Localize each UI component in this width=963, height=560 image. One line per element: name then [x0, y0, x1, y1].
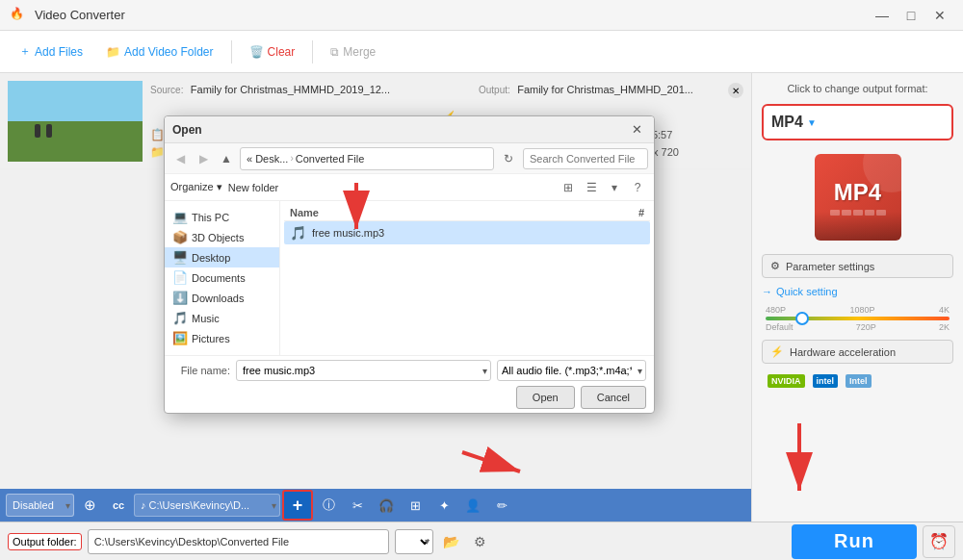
- tree-item-pictures[interactable]: 🖼️ Pictures: [165, 328, 279, 348]
- info-button[interactable]: ⓘ: [315, 492, 342, 519]
- sublabel-2k: 2K: [939, 322, 950, 332]
- close-button[interactable]: ✕: [926, 5, 953, 26]
- cancel-button[interactable]: Cancel: [581, 386, 646, 409]
- forward-button[interactable]: ▶: [194, 149, 213, 168]
- subtitle-edit-button[interactable]: ✏: [488, 492, 515, 519]
- add-audio-button[interactable]: +: [282, 490, 313, 521]
- param-settings-label: Parameter settings: [786, 261, 874, 272]
- gpu-badges: NVIDIA intel Intel: [762, 371, 953, 391]
- new-folder-label: New folder: [228, 182, 279, 193]
- organize-button[interactable]: Organize ▾: [170, 181, 222, 193]
- divider-1: [231, 40, 232, 64]
- new-folder-button[interactable]: New folder: [228, 182, 279, 193]
- format-icon-box[interactable]: MP4: [815, 154, 901, 241]
- output-settings-button[interactable]: ⚙: [468, 530, 491, 553]
- open-button[interactable]: Open: [516, 386, 575, 409]
- help-button[interactable]: ?: [627, 177, 648, 198]
- add-subtitle-button[interactable]: ⊕: [76, 492, 103, 519]
- filename-input[interactable]: [236, 360, 491, 381]
- source-label: Source:: [150, 85, 183, 95]
- dialog-close-button[interactable]: ✕: [627, 120, 646, 140]
- sublabel-default: Default: [766, 322, 794, 332]
- dialog-actions: Open Cancel: [172, 386, 646, 409]
- output-format-prompt: Click to change output format:: [762, 83, 953, 94]
- quality-slider-container: 480P 1080P 4K Default 720P 2K: [762, 305, 953, 332]
- add-folder-label: Add Video Folder: [124, 45, 214, 59]
- window-controls: — □ ✕: [869, 5, 953, 26]
- remove-item-button[interactable]: ✕: [728, 83, 743, 98]
- output-path-select[interactable]: [395, 529, 433, 554]
- filetype-select[interactable]: All audio file. (*.mp3;*.m4a;*.wi...: [497, 360, 646, 381]
- 3dobjects-label: 3D Objects: [192, 232, 244, 243]
- add-folder-button[interactable]: 📁 Add Video Folder: [96, 39, 223, 64]
- music-file-icon: 🎵: [290, 225, 306, 241]
- clear-button[interactable]: 🗑️ Clear: [240, 39, 305, 64]
- thumb-scene: [8, 81, 143, 162]
- hw-accel-button[interactable]: ⚡ Hardware acceleration: [762, 340, 953, 364]
- param-settings-button[interactable]: ⚙ Parameter settings: [762, 254, 953, 278]
- col-name: Name: [290, 207, 638, 218]
- output-path-input[interactable]: [88, 529, 390, 554]
- merge-icon: ⧉: [330, 45, 339, 59]
- dialog-content: 💻 This PC 📦 3D Objects 🖥️ Desktop 📄 Docu…: [165, 201, 654, 355]
- format-card[interactable]: MP4 ▼: [762, 104, 953, 140]
- video-thumbnail: [8, 81, 143, 162]
- quality-slider-thumb[interactable]: [795, 312, 809, 325]
- documents-label: Documents: [192, 272, 246, 284]
- clear-label: Clear: [268, 45, 296, 59]
- quality-label-4k: 4K: [939, 305, 950, 315]
- list-view-button[interactable]: ☰: [581, 177, 602, 198]
- breadcrumb-bar: « Desk... › Converted File: [240, 147, 494, 170]
- right-panel: Click to change output format: MP4 ▼ MP4: [751, 73, 963, 522]
- folder-size-icon: 📁: [150, 145, 165, 159]
- audio-settings-button[interactable]: 🎧: [373, 492, 400, 519]
- effect-button[interactable]: ✦: [430, 492, 457, 519]
- sublabel-720p: 720P: [856, 322, 876, 332]
- settings-icon: ⚙: [770, 260, 780, 272]
- file-icon: 📋: [150, 128, 165, 141]
- add-files-button[interactable]: ＋ Add Files: [10, 38, 92, 65]
- trash-icon: 🗑️: [249, 45, 264, 59]
- file-item-music[interactable]: 🎵 free music.mp3: [284, 221, 650, 244]
- audio-path-input[interactable]: [134, 494, 280, 517]
- view-options-button[interactable]: ▾: [604, 177, 625, 198]
- browse-output-button[interactable]: 📂: [439, 530, 462, 553]
- output-path-select-wrapper: [395, 529, 433, 554]
- cc-button[interactable]: cc: [105, 492, 132, 519]
- tree-item-desktop[interactable]: 🖥️ Desktop: [165, 247, 279, 267]
- subtitle-select[interactable]: Disabled: [6, 494, 74, 517]
- run-button[interactable]: Run: [792, 524, 917, 559]
- maximize-button[interactable]: □: [898, 5, 924, 26]
- minimize-button[interactable]: —: [869, 5, 896, 26]
- tree-item-downloads[interactable]: ⬇️ Downloads: [165, 288, 279, 308]
- tree-item-3dobjects[interactable]: 📦 3D Objects: [165, 227, 279, 247]
- tree-item-thispc[interactable]: 💻 This PC: [165, 207, 279, 227]
- crop-button[interactable]: ⊞: [402, 492, 429, 519]
- dialog-title: Open: [172, 123, 627, 137]
- filename-input-wrapper: [236, 360, 491, 381]
- dialog-footer: File name: All audio file. (*.mp3;*.m4a;…: [165, 355, 654, 413]
- search-input[interactable]: [523, 148, 648, 169]
- audio-path-wrapper: [134, 494, 280, 517]
- quality-slider-track[interactable]: [766, 317, 950, 320]
- back-button[interactable]: ◀: [170, 149, 190, 168]
- watermark-button[interactable]: 👤: [459, 492, 486, 519]
- icon-gradient: [815, 212, 901, 241]
- file-list-header: Name #: [284, 205, 650, 221]
- mp4-text: MP4: [834, 179, 881, 206]
- alarm-button[interactable]: ⏰: [923, 525, 955, 558]
- output-label-row: Output: Family for Christmas_HMMHD_201..…: [479, 83, 728, 98]
- grid-view-button[interactable]: ⊞: [558, 177, 579, 198]
- up-button[interactable]: ▲: [217, 149, 236, 168]
- refresh-button[interactable]: ↻: [498, 148, 519, 169]
- tree-item-music[interactable]: 🎵 Music: [165, 308, 279, 328]
- documents-icon: 📄: [172, 270, 188, 285]
- cut-button[interactable]: ✂: [344, 492, 371, 519]
- desktop-label: Desktop: [192, 252, 230, 264]
- merge-button[interactable]: ⧉ Merge: [321, 39, 385, 64]
- tree-item-documents[interactable]: 📄 Documents: [165, 267, 279, 288]
- output-folder-label: Output folder:: [8, 533, 82, 550]
- filename-row: File name: All audio file. (*.mp3;*.m4a;…: [172, 360, 646, 381]
- thispc-label: This PC: [192, 212, 229, 223]
- app-icon: 🔥: [10, 7, 27, 24]
